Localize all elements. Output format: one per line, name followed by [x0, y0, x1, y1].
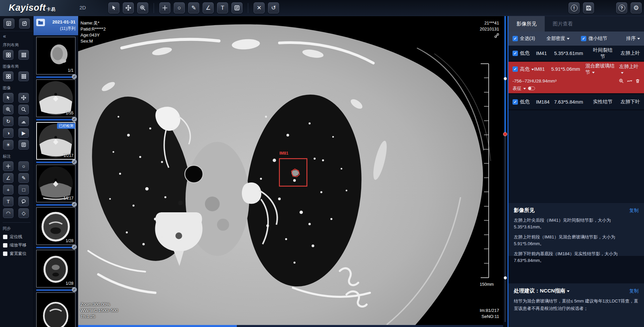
ellipse-annotation-button[interactable]: ○: [18, 161, 29, 171]
collapse-panel-button[interactable]: «: [3, 33, 33, 39]
thumbnail-check-icon[interactable]: ✓: [72, 202, 77, 207]
nodule-annotation-label[interactable]: IM81: [279, 151, 288, 156]
nodule-location-dropdown[interactable]: 左肺上叶: [619, 63, 640, 75]
findings-panel: 影像所见 图片查看 全选(3) 全部密度 微小结节 排序 低危 IM41 5.3…: [507, 16, 644, 327]
nodule-marker-low-1[interactable]: [504, 77, 507, 80]
series-layout-2x2-button[interactable]: [3, 50, 13, 60]
feature-toggle[interactable]: [528, 87, 535, 90]
magnify-nodule-icon[interactable]: [619, 78, 624, 84]
open-study-button[interactable]: [36, 19, 45, 26]
save-study-button[interactable]: [583, 2, 594, 13]
nodule-marker-low-2[interactable]: [504, 276, 507, 279]
ct-viewport[interactable]: Name:吴* Patid:R*****2 Age:043Y Sex:M 21*…: [78, 16, 503, 327]
ellipse-tool-button[interactable]: ○: [174, 2, 185, 13]
series-thumbnail-6[interactable]: 1/28: [36, 250, 75, 287]
thumbnail-check-icon[interactable]: ✓: [72, 244, 77, 250]
thumbnail-check-icon[interactable]: ✓: [72, 117, 77, 122]
window-level-button[interactable]: [18, 140, 29, 150]
rotate-icon: ↻: [6, 118, 10, 124]
sort-dropdown[interactable]: 排序: [626, 36, 640, 42]
thumbnail-image-head-3: [36, 292, 75, 327]
slice-slider[interactable]: [503, 16, 507, 327]
zoom-in-button[interactable]: [3, 105, 13, 114]
image-layout-2x2-button[interactable]: [3, 71, 13, 81]
delete-annotation-button[interactable]: ✕: [254, 2, 265, 13]
nodule-row-im184[interactable]: 低危 IM184 7.63*5.84mm 实性结节 左肺下叶: [508, 94, 644, 110]
main-tools: ○ ✎ ∠ T ✕ ↺: [107, 2, 281, 13]
copy-findings-link[interactable]: 复制: [629, 208, 639, 214]
series-thumbnail-7[interactable]: [36, 292, 75, 327]
reset-view-button[interactable]: ↺: [268, 2, 279, 13]
rotate-button[interactable]: ↻: [3, 116, 13, 126]
nodule-marker-high-current[interactable]: [503, 132, 507, 136]
nodule-checkbox[interactable]: [513, 51, 518, 56]
speech-bubble-icon: [21, 199, 26, 204]
nodule-filter-bar: 全选(3) 全部密度 微小结节 排序: [508, 32, 644, 46]
point-tool-button[interactable]: [159, 2, 170, 13]
text-annotation-button[interactable]: T: [3, 197, 13, 206]
slice-progress-fill: [78, 325, 237, 327]
series-list-tab[interactable]: [3, 18, 14, 29]
text-tool-button[interactable]: T: [217, 2, 228, 13]
nodule-row-im81-selected[interactable]: 高危 IM81 5.91*5.06mm 混合磨玻璃结节 左肺上叶 -756--7…: [508, 62, 644, 94]
comment-annotation-button[interactable]: [18, 197, 29, 206]
series-thumbnail-2[interactable]: 1/55: [36, 79, 75, 117]
angle-tool-button[interactable]: ∠: [203, 2, 214, 13]
series-thumbnail-5[interactable]: 1/28: [36, 207, 75, 245]
trash-icon[interactable]: [635, 78, 640, 84]
window-level-tool-button[interactable]: [231, 2, 243, 13]
angle-annotation-button[interactable]: ∠: [3, 173, 13, 183]
pencil-icon: ✎: [191, 4, 196, 11]
pan-tool-button[interactable]: [123, 2, 134, 13]
series-layout-3x3-button[interactable]: [18, 50, 29, 60]
pan-button[interactable]: [18, 93, 29, 103]
settings-button[interactable]: ⚙: [631, 2, 642, 13]
arch-measure-button[interactable]: ◠: [3, 208, 13, 218]
flip-button[interactable]: [18, 116, 29, 126]
eraser-button[interactable]: ◇: [18, 208, 29, 218]
micro-nodule-checkbox[interactable]: [581, 36, 586, 41]
nodule-checkbox[interactable]: [513, 66, 518, 72]
nodule-checkbox[interactable]: [513, 99, 518, 105]
cine-play-button[interactable]: ▶: [18, 128, 29, 138]
rect-annotation-button[interactable]: □: [18, 185, 29, 195]
brightness-button[interactable]: ☀: [3, 140, 13, 150]
series-thumbnail-4[interactable]: 1/217: [36, 165, 75, 202]
risk-dropdown[interactable]: 高危: [520, 66, 534, 72]
zoom-tool-button[interactable]: [137, 2, 148, 13]
cursor-tool-button[interactable]: [108, 2, 119, 13]
measure-tool-button[interactable]: ✎: [188, 2, 199, 13]
plus-annotation-button[interactable]: +: [3, 185, 13, 195]
select-all-checkbox[interactable]: [513, 36, 518, 41]
window-sync-checkbox[interactable]: [3, 252, 7, 256]
toolbar-separator: [154, 3, 154, 13]
thumbnail-check-icon[interactable]: ✓: [72, 159, 77, 164]
image-layout-3x3-button[interactable]: [18, 71, 29, 81]
feature-dropdown[interactable]: 表征: [513, 86, 526, 92]
report-notes-tab[interactable]: [19, 18, 30, 29]
line-annotation-button[interactable]: ✎: [18, 173, 29, 183]
thumbnail-check-icon[interactable]: ✓: [72, 74, 77, 79]
alert-button[interactable]: !: [569, 2, 580, 13]
tab-imaging-findings[interactable]: 影像所见: [508, 16, 545, 32]
localizer-line-checkbox[interactable]: [3, 235, 7, 239]
cursor-button[interactable]: [3, 93, 13, 103]
copy-advice-link[interactable]: 复制: [629, 288, 639, 294]
help-button[interactable]: ?: [616, 2, 627, 13]
guideline-dropdown[interactable]: NCCN指南: [540, 287, 570, 294]
zoom-pan-sync-checkbox[interactable]: [3, 243, 7, 248]
zoom-level: Zoom:300.00%: [80, 302, 118, 308]
slice-progress-bar[interactable]: [78, 325, 503, 327]
invert-button[interactable]: ◑: [3, 128, 13, 138]
nodule-row-im41[interactable]: 低危 IM41 5.35*3.61mm 叶间裂结节 左肺上叶: [508, 46, 644, 62]
floppy-save-icon: [586, 5, 592, 11]
density-dropdown[interactable]: 全部密度: [546, 36, 570, 42]
series-thumbnail-1[interactable]: 1/1: [36, 37, 75, 74]
point-annotation-button[interactable]: [3, 161, 13, 171]
thumbnail-check-icon[interactable]: ✓: [72, 287, 77, 292]
magnify-button[interactable]: [18, 105, 29, 114]
series-thumbnail-3-selected[interactable]: 已经检测 1/217: [36, 122, 75, 160]
contour-edit-icon[interactable]: [627, 78, 632, 84]
nodule-type-dropdown[interactable]: 混合磨玻璃结节: [585, 63, 619, 75]
tab-image-view[interactable]: 图片查看: [545, 16, 581, 32]
